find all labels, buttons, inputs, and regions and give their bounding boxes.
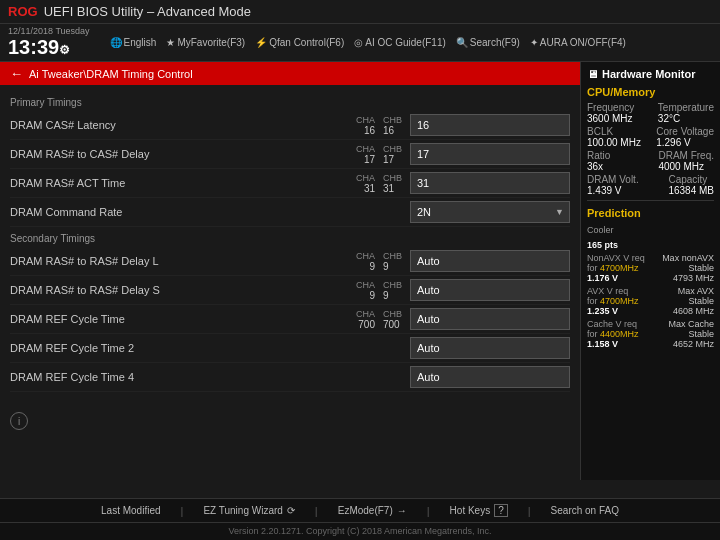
- hw-bclk-label: BCLK: [587, 126, 641, 137]
- dram-ref-cycle-row: DRAM REF Cycle Time CHACHB 700700: [10, 305, 570, 334]
- dram-cas-channels: CHACHB 1616: [354, 115, 404, 136]
- info-bar: 12/11/2018 Tuesday 13:39⚙ 🌐 English ★ My…: [0, 24, 720, 62]
- wizard-icon: ⟳: [287, 505, 295, 516]
- info-icons-group: 🌐 English ★ MyFavorite(F3) ⚡ Qfan Contro…: [110, 37, 626, 48]
- dram-ref-cycle4-input[interactable]: [410, 366, 570, 388]
- cache-stable-label: Stable: [688, 329, 714, 339]
- dram-ras-ras-delay-l-label: DRAM RAS# to RAS# Delay L: [10, 255, 354, 267]
- language-selector[interactable]: 🌐 English: [110, 37, 157, 48]
- qfan-control[interactable]: ⚡ Qfan Control(F6): [255, 37, 344, 48]
- hw-core-voltage-label: Core Voltage: [656, 126, 714, 137]
- ez-tuning-wizard-button[interactable]: EZ Tuning Wizard ⟳: [203, 505, 294, 516]
- dram-ras-ras-delay-s-label: DRAM RAS# to RAS# Delay S: [10, 284, 354, 296]
- prediction-title: Prediction: [587, 207, 714, 219]
- dram-ras-ras-delay-l-input[interactable]: [410, 250, 570, 272]
- hw-frequency-label: Frequency: [587, 102, 634, 113]
- nonavx-freq-value: 4793 MHz: [673, 273, 714, 283]
- main-content: ← Ai Tweaker\DRAM Timing Control Primary…: [0, 62, 580, 480]
- avx-stable-label: Stable: [688, 296, 714, 306]
- cooler-value: 165 pts: [587, 240, 618, 250]
- hardware-monitor-panel: 🖥 Hardware Monitor CPU/Memory Frequency …: [580, 62, 720, 480]
- dram-ras-act-input[interactable]: [410, 172, 570, 194]
- hw-monitor-title: 🖥 Hardware Monitor: [587, 68, 714, 80]
- ezmode-icon: →: [397, 505, 407, 516]
- breadcrumb-path: Ai Tweaker\DRAM Timing Control: [29, 68, 193, 80]
- rog-logo: ROG: [8, 4, 38, 19]
- nonavx-max-label: Max nonAVX: [662, 253, 714, 263]
- dram-ras-act-label: DRAM RAS# ACT Time: [10, 177, 354, 189]
- dram-ref-cycle-input[interactable]: [410, 308, 570, 330]
- cache-row: Cache V req Max Cache for 4400MHz Stable…: [587, 319, 714, 349]
- dram-ras-ras-delay-s-input[interactable]: [410, 279, 570, 301]
- hw-temperature-label: Temperature: [658, 102, 714, 113]
- search-faq-button[interactable]: Search on FAQ: [551, 505, 619, 516]
- hot-keys-button[interactable]: Hot Keys ?: [450, 504, 508, 517]
- nonavx-freq-label: for 4700MHz: [587, 263, 639, 273]
- secondary-timings-label: Secondary Timings: [10, 233, 570, 244]
- ezmode-button[interactable]: EzMode(F7) →: [338, 505, 407, 516]
- dram-content: Primary Timings DRAM CAS# Latency CHACHB…: [0, 85, 580, 477]
- ai-oc-guide[interactable]: ◎ AI OC Guide(F11): [354, 37, 446, 48]
- nonavx-voltage-value: 1.176 V: [587, 273, 618, 283]
- nonavx-row: NonAVX V req Max nonAVX for 4700MHz Stab…: [587, 253, 714, 283]
- back-arrow-icon[interactable]: ←: [10, 66, 23, 81]
- dram-ras-to-cas-label: DRAM RAS# to CAS# Delay: [10, 148, 354, 160]
- date-display: 12/11/2018 Tuesday: [8, 26, 90, 36]
- dram-ref-cycle2-label: DRAM REF Cycle Time 2: [10, 342, 354, 354]
- footer-sep-1: |: [181, 505, 184, 517]
- dram-command-rate-select-wrapper: Auto 1N 2N 3N: [410, 201, 570, 223]
- title-bar: ROG UEFI BIOS Utility – Advanced Mode: [0, 0, 720, 24]
- search-button[interactable]: 🔍 Search(F9): [456, 37, 520, 48]
- search-icon: 🔍: [456, 37, 468, 48]
- dram-ras-ras-l-channels: CHACHB 99: [354, 251, 404, 272]
- dram-command-rate-row: DRAM Command Rate Auto 1N 2N 3N: [10, 198, 570, 227]
- cpu-memory-section-title: CPU/Memory: [587, 86, 714, 98]
- dram-ref-cycle2-row: DRAM REF Cycle Time 2: [10, 334, 570, 363]
- primary-timings-label: Primary Timings: [10, 97, 570, 108]
- dram-command-rate-select[interactable]: Auto 1N 2N 3N: [410, 201, 570, 223]
- dram-ras-ras-s-channels: CHACHB 99: [354, 280, 404, 301]
- cache-label: Cache V req: [587, 319, 637, 329]
- copyright-text: Version 2.20.1271. Copyright (C) 2018 Am…: [0, 523, 720, 539]
- breadcrumb: ← Ai Tweaker\DRAM Timing Control: [0, 62, 580, 85]
- footer-actions: Last Modified | EZ Tuning Wizard ⟳ | EzM…: [0, 499, 720, 523]
- footer-sep-3: |: [427, 505, 430, 517]
- cache-voltage-value: 1.158 V: [587, 339, 618, 349]
- hw-dram-freq-value: 4000 MHz: [658, 161, 714, 172]
- time-display: 13:39⚙: [8, 36, 90, 59]
- my-favorites-shortcut[interactable]: ★ MyFavorite(F3): [166, 37, 245, 48]
- hw-frequency-value: 3600 MHz: [587, 113, 634, 124]
- hw-divider: [587, 200, 714, 201]
- datetime-display: 12/11/2018 Tuesday 13:39⚙: [8, 26, 90, 59]
- hw-dram-volt-row: DRAM Volt. 1.439 V Capacity 16384 MB: [587, 174, 714, 196]
- ezmode-label: EzMode(F7): [338, 505, 393, 516]
- avx-freq-label: for 4700MHz: [587, 296, 639, 306]
- hw-capacity-value: 16384 MB: [668, 185, 714, 196]
- cache-freq-value: 4652 MHz: [673, 339, 714, 349]
- dram-ras-to-cas-input[interactable]: [410, 143, 570, 165]
- dram-command-rate-label: DRAM Command Rate: [10, 206, 354, 218]
- ez-tuning-label: EZ Tuning Wizard: [203, 505, 282, 516]
- dram-ras-act-channels: CHACHB 3131: [354, 173, 404, 194]
- avx-row: AVX V req Max AVX for 4700MHz Stable 1.2…: [587, 286, 714, 316]
- avx-voltage-value: 1.235 V: [587, 306, 618, 316]
- hw-core-voltage-value: 1.296 V: [656, 137, 714, 148]
- hw-bclk-value: 100.00 MHz: [587, 137, 641, 148]
- last-modified-button[interactable]: Last Modified: [101, 505, 160, 516]
- aura-toggle[interactable]: ✦ AURA ON/OFF(F4): [530, 37, 626, 48]
- info-button[interactable]: i: [10, 412, 28, 430]
- hw-dram-volt-value: 1.439 V: [587, 185, 639, 196]
- hw-dram-freq-label: DRAM Freq.: [658, 150, 714, 161]
- hw-dram-volt-label: DRAM Volt.: [587, 174, 639, 185]
- hw-frequency-row: Frequency 3600 MHz Temperature 32°C: [587, 102, 714, 124]
- dram-cas-latency-input[interactable]: [410, 114, 570, 136]
- nonavx-stable-label: Stable: [688, 263, 714, 273]
- hw-bclk-row: BCLK 100.00 MHz Core Voltage 1.296 V: [587, 126, 714, 148]
- dram-ref-cycle2-input[interactable]: [410, 337, 570, 359]
- footer-sep-4: |: [528, 505, 531, 517]
- dram-ras-ras-delay-l-row: DRAM RAS# to RAS# Delay L CHACHB 99: [10, 247, 570, 276]
- footer-sep-2: |: [315, 505, 318, 517]
- hw-capacity-label: Capacity: [668, 174, 714, 185]
- bios-title: UEFI BIOS Utility – Advanced Mode: [44, 4, 251, 19]
- hw-ratio-row: Ratio 36x DRAM Freq. 4000 MHz: [587, 150, 714, 172]
